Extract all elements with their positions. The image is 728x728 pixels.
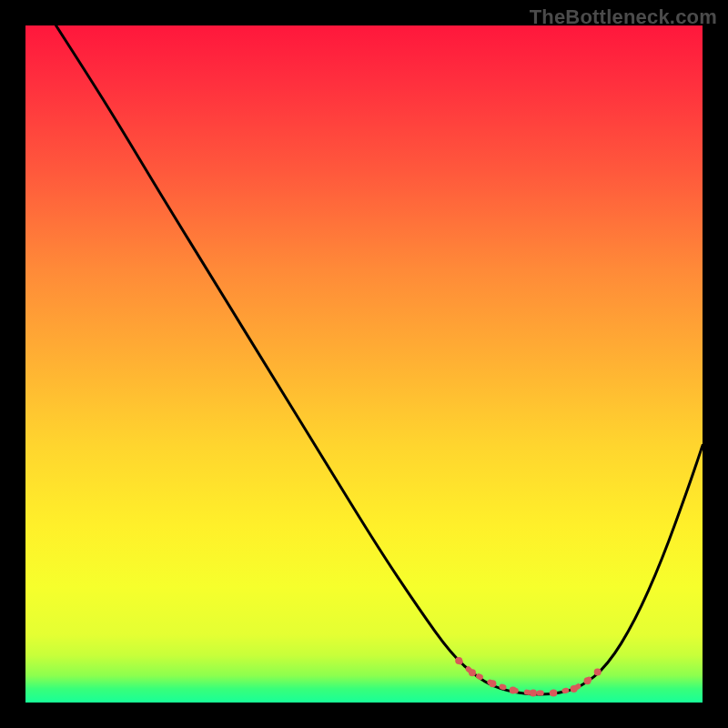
optimal-marker-dot <box>510 687 517 694</box>
watermark-text: TheBottleneck.com <box>530 5 717 29</box>
plot-area <box>25 25 703 703</box>
optimal-marker-dot <box>455 657 462 664</box>
optimal-marker-dot <box>469 669 476 676</box>
bottleneck-curve <box>56 25 703 694</box>
optimal-marker-dot <box>489 680 496 687</box>
optimal-marker-dot <box>571 685 578 693</box>
optimal-marker-dot <box>594 669 602 676</box>
optimal-marker <box>455 657 602 697</box>
optimal-marker-dot <box>550 690 557 697</box>
optimal-marker-dot <box>530 690 537 697</box>
curve-layer <box>25 25 703 703</box>
optimal-marker-dot <box>584 677 592 684</box>
chart-frame: TheBottleneck.com <box>0 0 728 728</box>
